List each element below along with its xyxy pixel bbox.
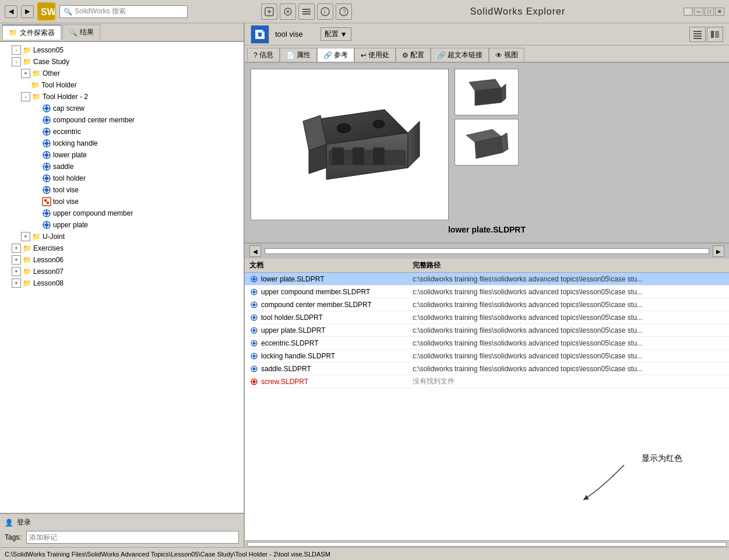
tree-item-toolholder-part[interactable]: tool holder bbox=[0, 172, 244, 184]
tab-references[interactable]: 🔗 参考 bbox=[317, 48, 354, 62]
tree-item-saddle[interactable]: saddle bbox=[0, 161, 244, 172]
expand-lesson05[interactable]: - bbox=[12, 45, 21, 55]
tree-item-toolholder2[interactable]: - 📁 Tool Holder - 2 bbox=[0, 91, 244, 103]
expand-casestudy[interactable]: - bbox=[12, 57, 21, 66]
info-icon: ? bbox=[253, 51, 258, 59]
svg-point-25 bbox=[45, 177, 48, 180]
win-minimize-btn[interactable]: ─ bbox=[694, 8, 703, 16]
docs-row-5[interactable]: eccentric.SLDPRT c:\solidworks training … bbox=[245, 337, 729, 350]
tab-hyperlink[interactable]: 🔗 超文本链接 bbox=[431, 48, 489, 62]
expand-lesson07[interactable]: + bbox=[12, 267, 21, 276]
docs-row-4[interactable]: upper plate.SLDPRT c:\solidworks trainin… bbox=[245, 324, 729, 337]
svg-point-66 bbox=[253, 290, 256, 293]
right-panel: tool vise 配置 ▼ ? 信息 bbox=[245, 23, 729, 547]
docs-row-0[interactable]: lower plate.SLDPRT c:\solidworks trainin… bbox=[245, 273, 729, 286]
docs-row-8[interactable]: screw.SLDPRT 没有找到文件 bbox=[245, 375, 729, 388]
tab-usedby[interactable]: ↩ 使用处 bbox=[354, 48, 396, 62]
tree-item-toolholder1[interactable]: 📁 Tool Holder bbox=[0, 79, 244, 91]
tab-info[interactable]: ? 信息 bbox=[247, 48, 280, 62]
docs-row-7[interactable]: saddle.SLDPRT c:\solidworks training fil… bbox=[245, 362, 729, 375]
label-lesson06: Lesson06 bbox=[33, 256, 64, 264]
tree-item-other[interactable]: + 📁 Other bbox=[0, 68, 244, 79]
label-casestudy: Case Study bbox=[33, 58, 69, 66]
tab-view[interactable]: 👁 视图 bbox=[489, 48, 524, 62]
back-button[interactable]: ◀ bbox=[5, 5, 17, 18]
expand-exercises[interactable]: + bbox=[12, 244, 21, 253]
toolbar-btn-3[interactable] bbox=[298, 3, 315, 20]
tree-item-compoundcenter[interactable]: compound center member bbox=[0, 114, 244, 126]
tab-results[interactable]: 🔍 结果 bbox=[62, 24, 100, 40]
tree-item-lockinghandle[interactable]: locking handle bbox=[0, 138, 244, 149]
preview-scrollbar[interactable] bbox=[265, 248, 709, 254]
status-bar: C:\SolidWorks Training Files\SolidWorks … bbox=[0, 547, 729, 560]
tree-item-ujoint[interactable]: + 📁 U-Joint bbox=[0, 231, 244, 242]
toolbar-btn-info[interactable]: i bbox=[317, 3, 333, 20]
tree-item-lesson06[interactable]: + 📁 Lesson06 bbox=[0, 254, 244, 266]
tags-input[interactable] bbox=[26, 531, 239, 544]
svg-rect-5 bbox=[302, 9, 311, 10]
docs-row-3[interactable]: tool holder.SLDPRT c:\solidworks trainin… bbox=[245, 311, 729, 324]
config-label: 配置 bbox=[325, 29, 339, 39]
tab-config[interactable]: ⚙ 配置 bbox=[396, 48, 431, 62]
svg-rect-43 bbox=[693, 38, 702, 39]
title-bar: ◀ ▶ SW 🔍 SolidWorks 搜索 bbox=[0, 0, 729, 23]
svg-point-21 bbox=[45, 153, 48, 157]
list-view-btn[interactable] bbox=[689, 27, 706, 42]
forward-button[interactable]: ▶ bbox=[21, 5, 34, 18]
tree-item-uppercompound[interactable]: upper compound member bbox=[0, 207, 244, 219]
preview-prev-btn[interactable]: ◀ bbox=[249, 245, 261, 257]
toolbar-btn-1[interactable] bbox=[261, 3, 277, 20]
win-maximize-btn[interactable]: □ bbox=[705, 8, 714, 16]
label-toolholder-part: tool holder bbox=[53, 174, 86, 182]
part-icon-row-4 bbox=[249, 326, 259, 335]
svg-point-72 bbox=[253, 329, 256, 332]
tree-item-eccentric[interactable]: eccentric bbox=[0, 126, 244, 138]
part-icon-row-0 bbox=[249, 274, 259, 284]
expand-lesson08[interactable]: + bbox=[12, 279, 21, 288]
label-lowerplate: lower plate bbox=[53, 151, 87, 159]
label-lockinghandle: locking handle bbox=[53, 139, 98, 147]
tree-item-capscrew[interactable]: cap screw bbox=[0, 103, 244, 114]
docs-row-1[interactable]: upper compound member.SLDPRT c:\solidwor… bbox=[245, 286, 729, 298]
expand-toolholder2[interactable]: - bbox=[21, 92, 30, 101]
svg-point-70 bbox=[253, 316, 256, 319]
docs-row-2[interactable]: compound center member.SLDPRT c:\solidwo… bbox=[245, 298, 729, 311]
expand-lesson06[interactable]: + bbox=[12, 255, 21, 265]
tab-file-explorer[interactable]: 📁 文件探索器 bbox=[2, 24, 61, 40]
search-bar[interactable]: 🔍 SolidWorks 搜索 bbox=[59, 5, 188, 18]
win-close-btn[interactable]: ✕ bbox=[715, 8, 724, 16]
folder-icon-toolholder2: 📁 bbox=[31, 92, 41, 101]
docs-path-row-0: c:\solidworks training files\solidworks … bbox=[413, 275, 724, 283]
dropdown-arrow-icon: ▼ bbox=[340, 30, 347, 38]
tab-properties[interactable]: 📄 属性 bbox=[280, 48, 317, 62]
expand-ujoint[interactable]: + bbox=[21, 232, 30, 241]
tree-item-upperplate[interactable]: upper plate bbox=[0, 219, 244, 231]
svg-rect-45 bbox=[715, 31, 719, 38]
toolbar-btn-2[interactable] bbox=[280, 3, 296, 20]
docs-scrollbar[interactable] bbox=[247, 542, 727, 547]
tree-item-lesson05[interactable]: - 📁 Lesson05 bbox=[0, 44, 244, 56]
win-restore-btn[interactable]: ⬜ bbox=[684, 8, 693, 16]
config-dropdown[interactable]: 配置 ▼ bbox=[321, 27, 351, 41]
detail-view-btn[interactable] bbox=[707, 27, 723, 42]
docs-row-6[interactable]: locking handle.SLDPRT c:\solidworks trai… bbox=[245, 350, 729, 362]
preview-thumb-1[interactable] bbox=[455, 69, 519, 115]
tree-item-exercises[interactable]: + 📁 Exercises bbox=[0, 242, 244, 254]
tree-item-casestudy[interactable]: - 📁 Case Study bbox=[0, 56, 244, 68]
tree-area[interactable]: - 📁 Lesson05 - 📁 Case Study + 📁 Other bbox=[0, 42, 244, 513]
login-label: 登录 bbox=[17, 517, 31, 527]
expand-other[interactable]: + bbox=[21, 69, 30, 78]
tree-item-toolvise2[interactable]: tool vise bbox=[0, 196, 244, 207]
tree-item-lowerplate[interactable]: lower plate bbox=[0, 149, 244, 161]
part-icon-toolholder-part bbox=[42, 174, 51, 183]
preview-thumb-2[interactable] bbox=[455, 119, 519, 165]
toolbar-btn-help[interactable]: ? bbox=[336, 3, 352, 20]
tree-item-lesson08[interactable]: + 📁 Lesson08 bbox=[0, 277, 244, 289]
tree-item-lesson07[interactable]: + 📁 Lesson07 bbox=[0, 266, 244, 277]
toolbar-icons: i ? bbox=[261, 3, 352, 20]
tree-item-toolvise1[interactable]: tool vise bbox=[0, 184, 244, 196]
svg-marker-48 bbox=[408, 121, 420, 168]
preview-next-btn[interactable]: ▶ bbox=[713, 245, 724, 257]
folder-icon-lesson05: 📁 bbox=[22, 45, 31, 55]
svg-point-13 bbox=[45, 107, 48, 110]
